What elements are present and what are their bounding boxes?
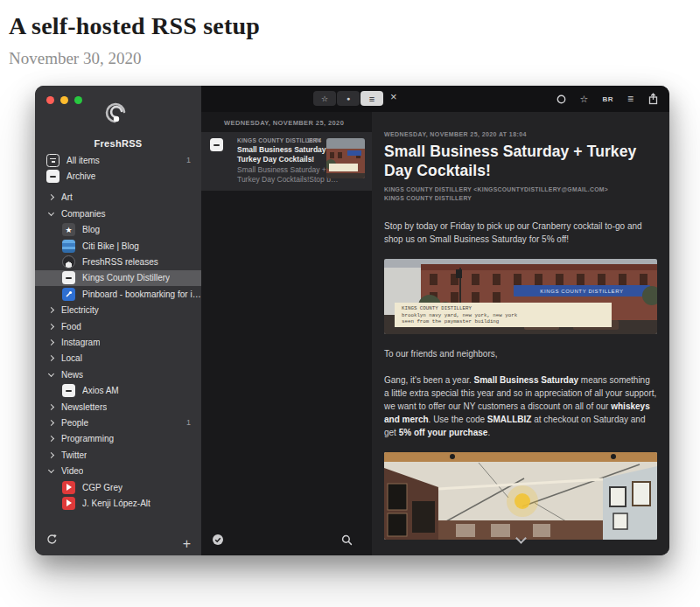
sidebar-item-label: Kings County Distillery [82, 273, 170, 283]
photo-caption-line1: KINGS COUNTY DISTILLERY [402, 305, 472, 311]
sidebar-folder-label: Food [61, 322, 81, 331]
reader-view-button[interactable]: BR [602, 95, 613, 103]
citi-bike-feed-icon [62, 240, 75, 253]
article-feed-name: KINGS COUNTY DISTILLERY [384, 194, 657, 203]
distillery-exterior-photo[interactable]: KINGS COUNTY DISTILLERY KINGS COUNTY DIS… [384, 259, 657, 334]
pushpin-icon [65, 290, 73, 298]
star-glyph: ★ [65, 226, 72, 234]
chevron-right-icon [48, 355, 54, 361]
distillery-interior-photo[interactable] [384, 452, 657, 540]
sidebar-folder-video[interactable]: Video [35, 463, 201, 478]
bold-text-segment: 5% off your purchase [399, 428, 488, 437]
view-filter-segmented-control: ☆ ● ≡ [313, 91, 383, 106]
chevron-right-icon [48, 404, 54, 410]
sidebar-folder-art[interactable]: Art [35, 190, 201, 206]
sidebar-item-citi-bike[interactable]: Citi Bike | Blog [35, 238, 201, 254]
sidebar-folder-twitter[interactable]: Twitter [35, 447, 201, 463]
article-paragraph: Gang, it's been a year. Small Business S… [384, 373, 657, 440]
sidebar-folder-label: Art [61, 192, 73, 202]
article-author-email: KINGS COUNTY DISTILLERY <KINGSCOUNTYDIST… [384, 185, 657, 194]
chevron-down-icon [48, 467, 54, 473]
sidebar-item-all-items[interactable]: All items 1 [35, 152, 201, 168]
scroll-down-chevron-icon[interactable] [515, 533, 527, 544]
filter-all-segment[interactable]: ≡ [360, 91, 383, 106]
mark-unread-button[interactable] [556, 94, 566, 104]
sidebar-folder-local[interactable]: Local [35, 351, 201, 366]
sidebar-item-cgp-grey[interactable]: CGP Grey [35, 479, 201, 495]
search-button[interactable] [341, 534, 353, 549]
circle-icon [556, 94, 566, 104]
sidebar-item-kenji[interactable]: J. Kenji López-Alt [35, 495, 201, 511]
sidebar-item-blog[interactable]: ★ Blog [35, 222, 201, 238]
feed-nav: All items 1 Archive Art Companies ★ Blog [35, 152, 201, 512]
close-article-button[interactable]: × [390, 90, 397, 103]
sidebar: FreshRSS All items 1 Archive Art Compani… [35, 86, 201, 555]
sidebar-folder-people[interactable]: People 1 [35, 415, 201, 430]
sidebar-folder-label: Twitter [61, 450, 87, 460]
chevron-right-icon [48, 436, 54, 442]
share-icon [648, 93, 659, 105]
post-date: November 30, 2020 [9, 49, 700, 68]
sidebar-folder-label: Companies [61, 209, 106, 219]
sidebar-item-kings-county-distillery[interactable]: Kings County Distillery [35, 270, 201, 286]
mark-all-read-button[interactable] [212, 534, 224, 549]
list-item[interactable]: KINGS COUNTY DISTILLERY Small Business S… [201, 132, 372, 191]
refresh-button[interactable] [46, 533, 58, 548]
sidebar-item-label: J. Kenji López-Alt [82, 499, 150, 508]
share-button[interactable] [648, 93, 659, 105]
sidebar-folder-label: Video [61, 466, 83, 476]
sidebar-item-label: Archive [66, 171, 95, 181]
sidebar-folder-label: People [61, 418, 88, 428]
app-window: FreshRSS All items 1 Archive Art Compani… [35, 86, 669, 555]
sidebar-folder-companies[interactable]: Companies [35, 206, 201, 221]
youtube-feed-icon [62, 481, 75, 494]
sidebar-folder-label: Newsletters [61, 402, 107, 412]
article-actions: ☆ BR ≡ [556, 86, 659, 112]
sidebar-item-pinboard[interactable]: Pinboard - bookmarking for introverts [35, 286, 201, 302]
star-article-button[interactable]: ☆ [580, 94, 589, 105]
text-segment: . [487, 428, 490, 437]
appearance-button[interactable]: ≡ [627, 93, 634, 105]
sidebar-folder-label: Local [61, 353, 82, 363]
sidebar-item-freshrss-releases[interactable]: FreshRSS releases [35, 254, 201, 269]
sidebar-folder-electricity[interactable]: Electricity [35, 303, 201, 318]
youtube-feed-icon [62, 497, 75, 510]
chevron-right-icon [48, 194, 54, 200]
sidebar-folder-label: News [61, 370, 83, 380]
list-item-time: 18:04 [306, 137, 321, 143]
sidebar-item-axios-am[interactable]: Axios AM [35, 382, 201, 398]
chevron-right-icon [48, 307, 54, 313]
article-meta: WEDNESDAY, NOVEMBER 25, 2020 AT 18:04 [384, 131, 657, 137]
text-segment: Gang, it's been a year. [384, 375, 474, 385]
sidebar-item-archive[interactable]: Archive [35, 168, 201, 184]
sidebar-folder-instagram[interactable]: Instagram [35, 334, 201, 350]
archive-icon [46, 170, 60, 183]
filter-starred-segment[interactable]: ☆ [313, 91, 336, 106]
sidebar-item-label: CGP Grey [82, 483, 122, 492]
bold-text-segment: SMALLBIZ [487, 415, 532, 424]
all-items-icon [46, 154, 60, 167]
building-banner-text: KINGS COUNTY DISTILLERY [540, 289, 623, 294]
article-byline: KINGS COUNTY DISTILLERY <KINGSCOUNTYDIST… [384, 185, 657, 203]
sidebar-folder-programming[interactable]: Programming [35, 431, 201, 447]
sidebar-item-label: FreshRSS releases [82, 257, 158, 267]
add-feed-button[interactable]: + [183, 536, 191, 552]
filter-unread-segment[interactable]: ● [337, 91, 360, 106]
sidebar-item-label: Citi Bike | Blog [82, 241, 139, 251]
article-list-pane: WEDNESDAY, NOVEMBER 25, 2020 KINGS COUNT… [201, 112, 372, 555]
list-item-thumbnail [326, 138, 365, 178]
sidebar-folder-food[interactable]: Food [35, 318, 201, 334]
unread-count: 1 [186, 418, 191, 427]
article-bottom-bar [372, 533, 669, 555]
photo-caption-line3: seen from the paymaster building [402, 318, 499, 324]
sidebar-folder-newsletters[interactable]: Newsletters [35, 399, 201, 415]
chevron-down-icon [48, 371, 54, 377]
article-paragraph: To our friends and neighbors, [384, 347, 657, 360]
article-pane: WEDNESDAY, NOVEMBER 25, 2020 AT 18:04 Sm… [372, 112, 669, 555]
app-logo: FreshRSS [35, 100, 201, 149]
freshrss-logo-icon [102, 100, 134, 131]
chevron-down-icon [48, 210, 54, 216]
feed-icon [210, 138, 223, 151]
sidebar-folder-news[interactable]: News [35, 366, 201, 382]
page-title: A self-hosted RSS setup [9, 12, 700, 40]
